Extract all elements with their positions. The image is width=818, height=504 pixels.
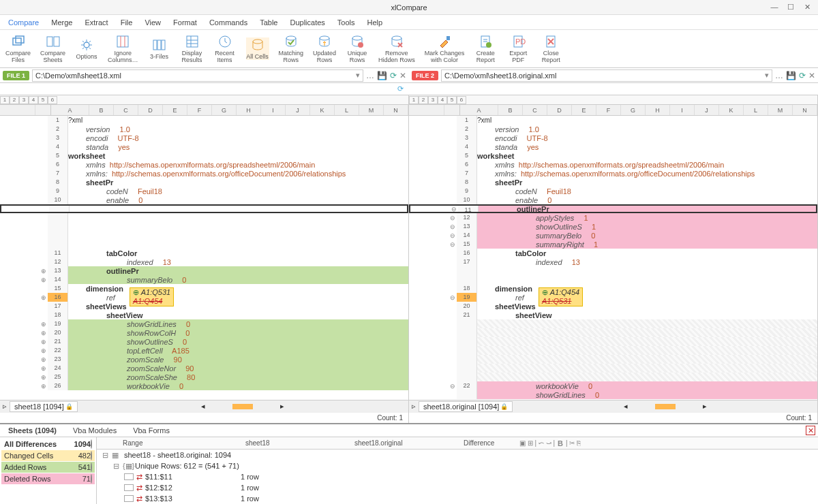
table-row[interactable]: ⊖15summaryRight 1: [409, 240, 817, 249]
table-row[interactable]: ⊕23zoomScale 90: [0, 355, 408, 364]
grid-right[interactable]: 1?xml2version 1.03encodi UTF-84standa ye…: [409, 116, 817, 400]
col-E[interactable]: E: [163, 105, 187, 115]
table-row[interactable]: 18sheetView: [0, 311, 408, 319]
file2-more-icon[interactable]: …: [775, 71, 783, 80]
close-button[interactable]: ✕: [802, 3, 813, 12]
col-C[interactable]: C: [523, 105, 547, 115]
menu-compare[interactable]: Compare: [3, 16, 44, 29]
table-row[interactable]: 8sheetPr: [0, 178, 408, 187]
col-D[interactable]: D: [138, 105, 163, 115]
col-D[interactable]: D: [547, 105, 572, 115]
table-row[interactable]: [409, 355, 817, 364]
refresh2-icon[interactable]: ⟳: [799, 71, 806, 80]
table-row[interactable]: [409, 328, 817, 337]
table-row[interactable]: 1?xml: [409, 116, 817, 125]
table-row[interactable]: ⊖11outlinePr: [409, 204, 817, 213]
table-row[interactable]: 5worksheet: [409, 151, 817, 160]
refresh-all-icon[interactable]: ⟳: [397, 84, 404, 93]
save2-icon[interactable]: 💾: [786, 71, 796, 80]
diff-row[interactable]: ⇄$11:$111 row: [97, 471, 818, 482]
table-row[interactable]: ⊕26workbookVie 0: [0, 381, 408, 390]
table-row[interactable]: [409, 337, 817, 346]
checkbox[interactable]: [124, 484, 134, 491]
outline-level-3[interactable]: 3: [19, 96, 29, 104]
diff-row[interactable]: ⊟{▦}Unique Rows: 612 = (541 + 71): [97, 460, 818, 471]
checkbox[interactable]: [124, 495, 134, 502]
table-row[interactable]: ⊕16ref⊕ A1:Q531A1:Q454: [0, 293, 408, 302]
checkbox[interactable]: [124, 473, 134, 480]
table-row[interactable]: 4standa yes: [0, 142, 408, 151]
table-row[interactable]: 7xmlns: http://schemas.openxmlformats.or…: [409, 169, 817, 178]
sheet-tab-right[interactable]: sheet18.original [1094]🔒: [419, 401, 513, 412]
col-N[interactable]: N: [793, 105, 817, 115]
col-A[interactable]: A: [460, 105, 498, 115]
table-row[interactable]: 9codeN Feuil18: [409, 187, 817, 195]
bottom-tab-0[interactable]: Sheets (1094): [0, 424, 65, 437]
table-row[interactable]: showGridLines 0: [409, 390, 817, 399]
table-row[interactable]: [0, 213, 408, 222]
table-row[interactable]: 1?xml: [0, 116, 408, 125]
summary-all[interactable]: All Differences1094: [1, 439, 95, 450]
table-row[interactable]: ⊖14summaryBelo 0: [409, 231, 817, 240]
outline-level-4[interactable]: 4: [438, 96, 447, 104]
col-I[interactable]: I: [261, 105, 286, 115]
outline-level-6[interactable]: 6: [48, 96, 57, 104]
ribbon-clock[interactable]: Recent Items: [213, 34, 237, 64]
summary-added[interactable]: Added Rows541: [1, 462, 95, 473]
outline-level-5[interactable]: 5: [38, 96, 48, 104]
col-I[interactable]: I: [670, 105, 695, 115]
table-row[interactable]: 6xmlns http://schemas.openxmlformats.org…: [409, 160, 817, 169]
outline-level-1[interactable]: 1: [0, 96, 10, 104]
close-file-icon[interactable]: ✕: [399, 71, 406, 80]
table-row[interactable]: [409, 266, 817, 275]
table-row[interactable]: 18dimension: [409, 284, 817, 293]
table-row[interactable]: 5worksheet: [0, 151, 408, 160]
table-row[interactable]: 4standa yes: [409, 142, 817, 151]
outline-level-2[interactable]: 2: [10, 96, 19, 104]
col-N[interactable]: N: [384, 105, 408, 115]
sheet-nav2-icon[interactable]: ▹: [412, 402, 416, 411]
table-row[interactable]: 12indexed 13: [0, 257, 408, 266]
ribbon-dbu[interactable]: Updated Rows: [313, 34, 336, 64]
col-A[interactable]: A: [51, 105, 89, 115]
table-row[interactable]: 10enable 0: [409, 195, 817, 204]
table-row[interactable]: [0, 204, 408, 213]
ribbon-grid[interactable]: Display Results: [181, 34, 204, 64]
col-H[interactable]: H: [237, 105, 261, 115]
col-F[interactable]: F: [187, 105, 212, 115]
minimize-button[interactable]: —: [769, 3, 780, 12]
table-row[interactable]: 21sheetView: [409, 311, 817, 319]
sheet-nav-icon[interactable]: ▹: [3, 402, 7, 411]
diff-row[interactable]: ⇄$13:$131 row: [97, 493, 818, 504]
table-row[interactable]: 20sheetViews: [409, 302, 817, 311]
grid-left[interactable]: 1?xml2version 1.03encodi UTF-84standa ye…: [0, 116, 408, 400]
diff-toolbar[interactable]: ▣ ⊞ | ⤺ ⤻ | B | ✂ ⎘: [519, 439, 581, 447]
menu-help[interactable]: Help: [362, 16, 389, 29]
ribbon-pdf[interactable]: PDFExport PDF: [506, 34, 530, 64]
diff-row[interactable]: ⊟▦sheet18 - sheet18.original: 1094: [97, 450, 818, 460]
close-file2-icon[interactable]: ✕: [808, 71, 815, 80]
ribbon-dbm[interactable]: Matching Rows: [279, 34, 304, 64]
table-row[interactable]: 15dimension: [0, 284, 408, 293]
refresh-icon[interactable]: ⟳: [390, 71, 397, 80]
summary-changed[interactable]: Changed Cells482: [1, 450, 95, 461]
table-row[interactable]: 11tabColor: [0, 249, 408, 257]
table-row[interactable]: 10enable 0: [0, 195, 408, 204]
col-J[interactable]: J: [695, 105, 719, 115]
summary-deleted[interactable]: Deleted Rows71: [1, 473, 95, 484]
table-row[interactable]: 2version 1.0: [0, 125, 408, 133]
table-row[interactable]: ⊕24zoomScaleNor 90: [0, 364, 408, 373]
table-row[interactable]: ⊕20showRowColH 0: [0, 328, 408, 337]
file1-more-icon[interactable]: …: [366, 71, 374, 80]
col-G[interactable]: G: [212, 105, 237, 115]
ribbon-dbr[interactable]: Remove Hidden Rows: [378, 34, 415, 64]
ribbon-ignore[interactable]: Ignore Columns…: [108, 34, 138, 64]
table-row[interactable]: [409, 364, 817, 373]
ribbon-db[interactable]: All Cells: [246, 37, 269, 61]
table-row[interactable]: ⊖13showOutlineS 1: [409, 222, 817, 231]
table-row[interactable]: ⊕13outlinePr: [0, 266, 408, 275]
menu-tools[interactable]: Tools: [332, 16, 361, 29]
table-row[interactable]: ⊕25zoomScaleShe 80: [0, 373, 408, 381]
col-L[interactable]: L: [335, 105, 359, 115]
ribbon-doc[interactable]: Create Report: [474, 34, 497, 64]
